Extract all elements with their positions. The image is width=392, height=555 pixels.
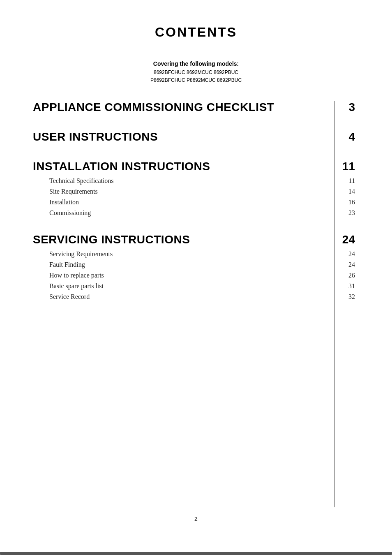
page-container: CONTENTS Covering the following models: … [0,0,392,555]
toc-main-entry-installation: INSTALLATION INSTRUCTIONS 11 [33,160,359,173]
toc-sub-entry-replace-parts: How to replace parts 26 [33,272,359,279]
page-number: 2 [33,516,359,530]
toc-sub-title-spare-parts: Basic spare parts list [49,282,104,290]
toc-main-page-user: 4 [326,130,359,143]
vertical-divider [334,101,334,507]
toc-main-title-user: USER INSTRUCTIONS [33,130,158,143]
toc-main-title-appliance: APPLIANCE COMMISSIONING CHECKLIST [33,101,274,114]
toc-section-appliance-commissioning: APPLIANCE COMMISSIONING CHECKLIST 3 [33,101,359,114]
toc-sub-title-servicing-requirements: Servicing Requirements [49,250,113,258]
toc-sub-title-technical-specs: Technical Specifications [49,177,114,185]
toc-main-page-appliance: 3 [326,101,359,114]
toc-sub-title-replace-parts: How to replace parts [49,272,104,279]
models-list: 8692BFCHUC 8692MCUC 8692PBUC P8692BFCHUC… [33,69,359,84]
toc-sub-entry-spare-parts: Basic spare parts list 31 [33,282,359,290]
toc-sub-page-fault-finding: 24 [326,261,359,268]
toc-main-entry-servicing: SERVICING INSTRUCTIONS 24 [33,233,359,246]
toc-section-user-instructions: USER INSTRUCTIONS 4 [33,130,359,143]
toc-sub-page-replace-parts: 26 [326,272,359,279]
models-label: Covering the following models: [33,60,359,67]
toc-sub-page-site-requirements: 14 [326,188,359,195]
toc-sub-page-service-record: 32 [326,293,359,301]
toc-sub-entry-technical-specs: Technical Specifications 11 [33,177,359,185]
toc-sub-entry-service-record: Service Record 32 [33,293,359,301]
toc-section-installation: INSTALLATION INSTRUCTIONS 11 Technical S… [33,160,359,217]
toc-sub-entry-fault-finding: Fault Finding 24 [33,261,359,268]
toc-sub-entry-installation: Installation 16 [33,199,359,206]
toc-main-entry-user: USER INSTRUCTIONS 4 [33,130,359,143]
toc-sub-title-service-record: Service Record [49,293,90,301]
toc-main-title-servicing: SERVICING INSTRUCTIONS [33,233,190,246]
toc-main-page-servicing: 24 [326,233,359,246]
toc-sub-page-technical-specs: 11 [326,177,359,185]
toc-sub-page-installation: 16 [326,199,359,206]
toc-sub-page-servicing-requirements: 24 [326,250,359,258]
toc-sub-title-site-requirements: Site Requirements [49,188,98,195]
toc-sub-title-installation: Installation [49,199,79,206]
toc-sub-entry-commissioning: Commissioning 23 [33,209,359,217]
toc-main-title-installation: INSTALLATION INSTRUCTIONS [33,160,210,173]
models-row-1: 8692BFCHUC 8692MCUC 8692PBUC [33,69,359,76]
models-section: Covering the following models: 8692BFCHU… [33,60,359,84]
toc-sub-entry-site-requirements: Site Requirements 14 [33,188,359,195]
bottom-bar [0,552,392,555]
toc-main-entry-appliance: APPLIANCE COMMISSIONING CHECKLIST 3 [33,101,359,114]
toc-sub-title-commissioning: Commissioning [49,209,91,217]
toc-sub-entry-servicing-requirements: Servicing Requirements 24 [33,250,359,258]
toc-sub-page-commissioning: 23 [326,209,359,217]
toc-sub-title-fault-finding: Fault Finding [49,261,85,268]
toc-sub-page-spare-parts: 31 [326,282,359,290]
toc-main-page-installation: 11 [326,160,359,173]
toc-content: APPLIANCE COMMISSIONING CHECKLIST 3 USER… [33,101,359,507]
models-row-2: P8692BFCHUC P8692MCUC 8692PBUC [33,76,359,84]
toc-section-servicing: SERVICING INSTRUCTIONS 24 Servicing Requ… [33,233,359,301]
page-title: CONTENTS [33,25,359,40]
